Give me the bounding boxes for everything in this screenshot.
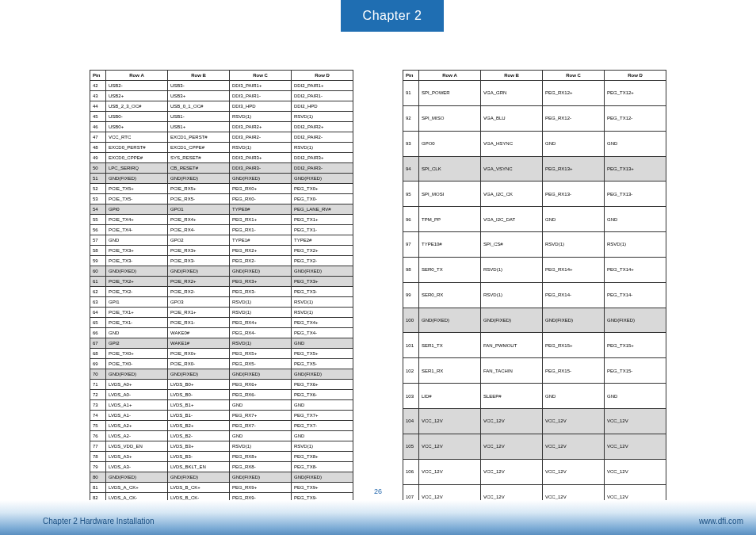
pin-table-right: PinRow ARow BRow CRow D91SPI_POWERVGA_GR… — [403, 70, 666, 535]
cell-value: LVDS_B1+ — [168, 400, 230, 411]
cell-value: FAN_TACHIN — [481, 358, 543, 384]
cell-value: LVDS_A3- — [106, 462, 168, 472]
cell-value: PCIE_RX2+ — [168, 277, 230, 287]
cell-value: PEG_RX15- — [543, 358, 605, 384]
cell-value: PEG_TX14- — [605, 282, 666, 308]
table-row: 94SPI_CLKVGA_VSYNCPEG_RX13+PEG_TX13+ — [403, 156, 666, 182]
cell-value: GND(FIXED) — [168, 266, 230, 277]
cell-value: GND — [543, 131, 605, 156]
cell-value: VGA_I2C_CK — [481, 182, 543, 207]
cell-value: DDI2_PAIR3- — [292, 163, 353, 174]
cell-value: PEG_RX13+ — [543, 156, 605, 182]
cell-pin: 49 — [90, 153, 106, 163]
cell-value: GND(FIXED) — [168, 369, 230, 380]
cell-value: GND — [292, 400, 353, 411]
table-row: 98SER0_TXRSVD(1)PEG_RX14+PEG_TX14+ — [403, 257, 666, 282]
cell-pin: 103 — [403, 384, 419, 409]
cell-value: PCIE_TX3+ — [106, 246, 168, 256]
cell-value: GND(FIXED) — [543, 308, 605, 333]
table-row: 101SER1_TXFAN_PWMOUTPEG_RX15+PEG_TX15+ — [403, 333, 666, 358]
footer-right: www.dfi.com — [699, 517, 743, 525]
table-row: 103LID#SLEEP#GNDGND — [403, 384, 666, 409]
cell-value: PEG_RX0- — [230, 194, 292, 204]
cell-value: GND — [292, 431, 353, 441]
cell-value: TYPE2# — [292, 235, 353, 246]
cell-value: GND — [230, 431, 292, 441]
cell-value: PEG_TX3+ — [292, 277, 353, 287]
cell-pin: 56 — [90, 225, 106, 235]
cell-value: LVDS_A2- — [106, 431, 168, 441]
cell-value: PEG_TX8- — [292, 462, 353, 472]
cell-value: DDI2_HPD — [292, 101, 353, 112]
cell-pin: 92 — [403, 105, 419, 131]
cell-value: EXCD0_CPPE# — [106, 153, 168, 163]
cell-value: VCC_12V — [605, 434, 666, 459]
cell-value: PEG_RX14- — [543, 282, 605, 308]
table-row: 45USB0-USB1-RSVD(1)RSVD(1) — [90, 112, 353, 122]
cell-value: PEG_TX15- — [605, 358, 666, 384]
cell-value: SPI_CLK — [419, 156, 481, 182]
cell-value: RSVD(1) — [543, 232, 605, 258]
cell-value: RSVD(1) — [481, 257, 543, 282]
cell-value: GND(FIXED) — [230, 369, 292, 380]
cell-value: PEG_RX12+ — [543, 81, 605, 106]
table-row: 56PCIE_TX4-PCIE_RX4-PEG_RX1-PEG_TX1- — [90, 225, 353, 235]
table-row: 48EXCD0_PERST#EXCD1_CPPE#RSVD(1)RSVD(1) — [90, 143, 353, 153]
cell-value: USB_2_3_OC# — [106, 101, 168, 112]
table-row: 61PCIE_TX2+PCIE_RX2+PEG_RX3+PEG_TX3+ — [90, 277, 353, 287]
cell-value: PEG_TX0- — [292, 194, 353, 204]
cell-value: PCIE_TX1- — [106, 318, 168, 328]
cell-pin: 95 — [403, 182, 419, 207]
cell-value: GPI2 — [106, 338, 168, 349]
cell-value: LVDS_A0- — [106, 390, 168, 400]
cell-value: VCC_12V — [419, 434, 481, 459]
cell-pin: 54 — [90, 204, 106, 215]
cell-value: PCIE_TX3- — [106, 256, 168, 266]
cell-value: GPO3 — [168, 297, 230, 308]
cell-value: SPI_CS# — [481, 232, 543, 258]
table-row: 75LVDS_A2+LVDS_B2+PEG_RX7-PEG_TX7- — [90, 421, 353, 431]
cell-value: DDI2_PAIR2+ — [292, 122, 353, 132]
cell-value: PCIE_TX5- — [106, 194, 168, 204]
cell-value: GND(FIXED) — [230, 472, 292, 483]
cell-value: VCC_12V — [605, 459, 666, 484]
cell-value: LPC_SERIRQ — [106, 163, 168, 174]
cell-value: SPI_MISO — [419, 105, 481, 131]
cell-value: PEG_TX0+ — [292, 184, 353, 194]
cell-value: PCIE_RX3+ — [168, 246, 230, 256]
cell-value: DDI2_PAIR3+ — [292, 153, 353, 163]
cell-value: VGA_I2C_DAT — [481, 207, 543, 232]
cell-pin: 79 — [90, 462, 106, 472]
cell-value: PEG_TX8+ — [292, 452, 353, 462]
cell-value: FAN_PWMOUT — [481, 333, 543, 358]
table-row: 60GND(FIXED)GND(FIXED)GND(FIXED)GND(FIXE… — [90, 266, 353, 277]
cell-value: PCIE_RX4- — [168, 225, 230, 235]
cell-value: PEG_TX4- — [292, 328, 353, 338]
cell-value: GND(FIXED) — [292, 174, 353, 184]
table-row: 70GND(FIXED)GND(FIXED)GND(FIXED)GND(FIXE… — [90, 369, 353, 380]
cell-value: GND — [605, 131, 666, 156]
cell-value: GPO1 — [168, 204, 230, 215]
cell-value: PEG_RX14+ — [543, 257, 605, 282]
cell-pin: 78 — [90, 452, 106, 462]
table-row: 67GPI2WAKE1#RSVD(1)GND — [90, 338, 353, 349]
cell-pin: 100 — [403, 308, 419, 333]
cell-value: DDI3_PAIR2- — [230, 132, 292, 143]
cell-value: PEG_LANE_RV# — [292, 204, 353, 215]
cell-value: PEG_RX8- — [230, 462, 292, 472]
cell-value: PCIE_TX2- — [106, 287, 168, 297]
cell-value: VCC_12V — [605, 408, 666, 434]
cell-value: PEG_RX2+ — [230, 246, 292, 256]
cell-pin: 70 — [90, 369, 106, 380]
cell-pin: 68 — [90, 349, 106, 359]
cell-value: VCC_12V — [481, 408, 543, 434]
pin-table-left: PinRow ARow BRow CRow D42USB2-USB3-DDI3_… — [90, 70, 353, 535]
cell-value: PEG_TX2- — [292, 256, 353, 266]
cell-value: PEG_TX5+ — [292, 349, 353, 359]
cell-value: PCIE_TX4- — [106, 225, 168, 235]
cell-value: DDI2_PAIR1- — [292, 91, 353, 101]
cell-value: PEG_TX13- — [605, 182, 666, 207]
cell-pin: 42 — [90, 81, 106, 91]
cell-value: TPM_PP — [419, 207, 481, 232]
cell-value: GND(FIXED) — [292, 472, 353, 483]
